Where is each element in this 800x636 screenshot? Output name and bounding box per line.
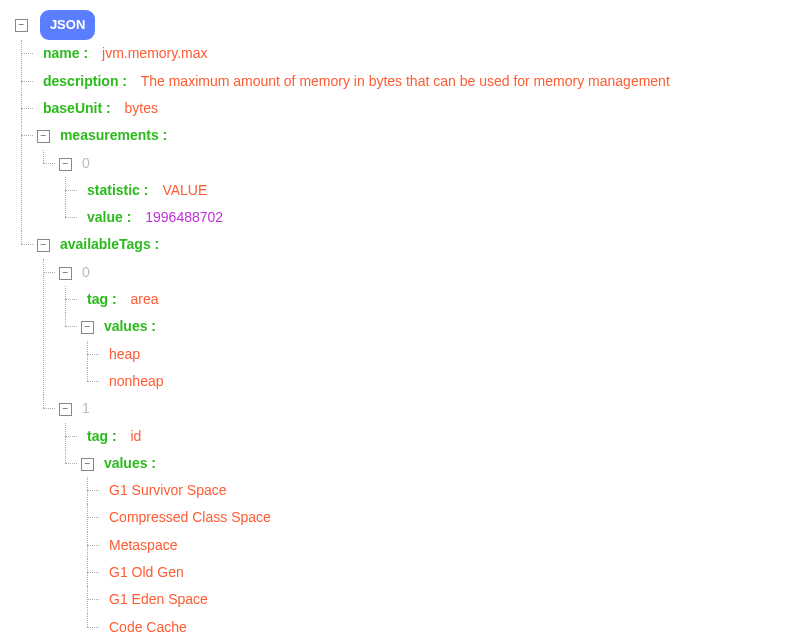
list-item: Code Cache: [81, 614, 785, 636]
toggle-values-0[interactable]: [81, 321, 94, 334]
toggle-measurements[interactable]: [37, 130, 50, 143]
key-label: name: [43, 45, 80, 61]
toggle-availabletags-0[interactable]: [59, 267, 72, 280]
value-string: G1 Survivor Space: [103, 482, 227, 498]
key-label: baseUnit: [43, 100, 102, 116]
value-string: Compressed Class Space: [103, 509, 271, 525]
value-string: G1 Eden Space: [103, 591, 208, 607]
json-tree: JSON name : jvm.memory.max description :…: [15, 10, 785, 636]
value-string: bytes: [125, 100, 158, 116]
value-string: Metaspace: [103, 537, 177, 553]
tree-row-description: description : The maximum amount of memo…: [15, 68, 785, 95]
key-label: values: [104, 455, 148, 471]
list-item: heap: [81, 341, 785, 368]
key-label: measurements: [60, 127, 159, 143]
toggle-root[interactable]: [15, 19, 28, 32]
value-string: area: [130, 291, 158, 307]
list-item: G1 Old Gen: [81, 559, 785, 586]
tree-row-availabletags: availableTags : 0 tag : area: [15, 231, 785, 636]
value-number: 1996488702: [145, 209, 223, 225]
list-item: G1 Survivor Space: [81, 477, 785, 504]
tree-row-values: values : heap nonheap: [59, 313, 785, 395]
tree-row-baseunit: baseUnit : bytes: [15, 95, 785, 122]
tree-row-values: values : G1 Survivor Space Compressed Cl…: [59, 450, 785, 636]
tree-row-statistic: statistic : VALUE: [59, 177, 785, 204]
key-label: statistic: [87, 182, 140, 198]
key-label: values: [104, 318, 148, 334]
list-item: nonheap: [81, 368, 785, 395]
tree-row-name: name : jvm.memory.max: [15, 40, 785, 67]
key-label: description: [43, 73, 118, 89]
index-label: 1: [82, 400, 90, 416]
value-string: G1 Old Gen: [103, 564, 184, 580]
toggle-availabletags[interactable]: [37, 239, 50, 252]
key-label: availableTags: [60, 236, 151, 252]
value-string: heap: [103, 346, 140, 362]
array-index: 1 tag : id values :: [37, 395, 785, 636]
list-item: G1 Eden Space: [81, 586, 785, 613]
toggle-availabletags-1[interactable]: [59, 403, 72, 416]
value-string: id: [130, 428, 141, 444]
list-item: Metaspace: [81, 532, 785, 559]
key-label: tag: [87, 428, 108, 444]
index-label: 0: [82, 264, 90, 280]
tree-row-measurements: measurements : 0 statistic : VALUE: [15, 122, 785, 231]
tree-row-tag: tag : area: [59, 286, 785, 313]
array-index: 0 tag : area values: [37, 259, 785, 395]
key-label: tag: [87, 291, 108, 307]
key-label: value: [87, 209, 123, 225]
value-string: The maximum amount of memory in bytes th…: [141, 73, 670, 89]
toggle-measurement-0[interactable]: [59, 158, 72, 171]
value-string: jvm.memory.max: [102, 45, 208, 61]
tree-row-value: value : 1996488702: [59, 204, 785, 231]
json-root-badge: JSON: [40, 10, 95, 40]
value-string: nonheap: [103, 373, 164, 389]
toggle-values-1[interactable]: [81, 458, 94, 471]
array-index: 0 statistic : VALUE: [37, 150, 785, 232]
tree-row-tag: tag : id: [59, 423, 785, 450]
value-string: VALUE: [162, 182, 207, 198]
value-string: Code Cache: [103, 619, 187, 635]
list-item: Compressed Class Space: [81, 504, 785, 531]
index-label: 0: [82, 155, 90, 171]
